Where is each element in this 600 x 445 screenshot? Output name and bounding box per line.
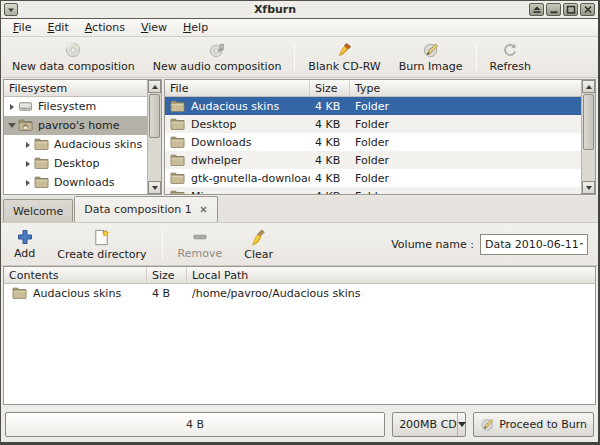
menu-help[interactable]: Help — [175, 20, 216, 35]
file-list-scrollbar[interactable] — [581, 80, 595, 194]
new-data-composition-icon — [62, 41, 84, 59]
folder-icon — [170, 189, 185, 196]
scroll-up-button[interactable] — [582, 80, 595, 93]
proceed-to-burn-button[interactable]: Proceed to Burn — [473, 412, 594, 437]
home-folder-icon — [18, 118, 33, 133]
create-directory-button[interactable]: Create directory — [46, 224, 157, 264]
total-size-label: 4 B — [186, 418, 204, 431]
filesystem-column-header[interactable]: Filesystem — [4, 80, 161, 97]
refresh-icon — [499, 41, 521, 59]
contents-row-audacious-skins[interactable]: Audacious skins 4 B /home/pavroo/Audacio… — [4, 284, 595, 302]
folder-icon — [170, 117, 185, 132]
expander-expanded-icon[interactable] — [8, 123, 16, 128]
remove-button[interactable]: Remove — [167, 224, 234, 264]
tab-data-composition-1[interactable]: Data composition 1 — [74, 196, 217, 222]
folder-icon — [34, 137, 49, 152]
expander-collapsed-icon[interactable] — [26, 180, 30, 186]
filesystem-scrollbar[interactable] — [147, 80, 161, 194]
menu-view[interactable]: View — [133, 20, 175, 35]
expander-collapsed-icon[interactable] — [26, 161, 30, 167]
folder-icon — [170, 99, 185, 114]
shade-button[interactable] — [529, 3, 544, 16]
folder-icon — [34, 175, 49, 190]
create-directory-icon — [92, 228, 111, 247]
refresh-button[interactable]: Refresh — [481, 38, 541, 76]
folder-icon — [34, 156, 49, 171]
file-row-gtk-gnutella-downloads[interactable]: gtk-gnutella-downloads 4 KB Folder — [165, 169, 581, 187]
composition-tabbar: Welcome Data composition 1 — [1, 196, 598, 223]
toolbar-separator — [476, 43, 477, 71]
main-area: Filesystem Filesystem pavroo's home Auda… — [1, 78, 598, 196]
file-row-desktop[interactable]: Desktop 4 KB Folder — [165, 115, 581, 133]
column-header-file[interactable]: File — [165, 80, 310, 96]
titlebar[interactable]: Xfburn — [1, 1, 598, 19]
tree-item-pavroo-home[interactable]: pavroo's home — [4, 116, 147, 135]
scroll-down-button[interactable] — [582, 181, 595, 194]
burn-image-button[interactable]: Burn Image — [390, 38, 472, 76]
tab-close-icon — [199, 205, 208, 214]
disc-size-value: 200MB CD — [393, 418, 457, 431]
window-title: Xfburn — [21, 3, 529, 16]
minimize-icon — [549, 5, 559, 14]
volume-name-input[interactable] — [480, 234, 588, 255]
new-audio-composition-button[interactable]: New audio composition — [144, 38, 291, 76]
scroll-down-button[interactable] — [148, 181, 161, 194]
menu-file[interactable]: File — [5, 20, 39, 35]
statusbar: 4 B 200MB CD Proceed to Burn — [1, 406, 598, 442]
maximize-button[interactable] — [563, 3, 578, 16]
burn-image-icon — [420, 41, 442, 59]
column-header-contents[interactable]: Contents — [4, 267, 147, 283]
scrollbar-thumb[interactable] — [149, 94, 160, 138]
file-row-dwhelper[interactable]: dwhelper 4 KB Folder — [165, 151, 581, 169]
new-data-composition-button[interactable]: New data composition — [3, 38, 144, 76]
minimize-button[interactable] — [546, 3, 561, 16]
expander-collapsed-icon[interactable] — [10, 104, 14, 110]
column-header-local-path[interactable]: Local Path — [187, 267, 595, 283]
new-audio-composition-icon — [206, 41, 228, 59]
disc-size-combobox[interactable]: 200MB CD — [392, 412, 466, 437]
filesystem-tree: Filesystem pavroo's home Audacious skins… — [4, 97, 147, 194]
tree-item-dwhelper[interactable]: dwhelper — [4, 192, 147, 195]
menu-edit[interactable]: Edit — [39, 20, 76, 35]
file-row-mixes[interactable]: Mixes 4 KB Folder — [165, 187, 581, 195]
tab-close-button[interactable] — [199, 205, 208, 214]
window-menu-button[interactable] — [4, 3, 18, 16]
file-row-downloads[interactable]: Downloads 4 KB Folder — [165, 133, 581, 151]
scrollbar-thumb[interactable] — [583, 94, 594, 150]
tree-item-audacious-skins[interactable]: Audacious skins — [4, 135, 147, 154]
toolbar-separator — [162, 229, 163, 259]
chevron-down-icon — [7, 6, 15, 14]
composition-toolbar: Add Create directory Remove Clear Volume… — [1, 223, 598, 266]
filesystem-pane: Filesystem Filesystem pavroo's home Auda… — [3, 79, 162, 195]
chevron-down-icon — [458, 422, 466, 427]
tab-welcome[interactable]: Welcome — [3, 199, 73, 222]
tree-item-desktop[interactable]: Desktop — [4, 154, 147, 173]
close-button[interactable] — [580, 3, 595, 16]
toolbar-separator — [294, 43, 295, 71]
folder-icon — [12, 286, 27, 301]
add-icon — [16, 228, 34, 246]
column-header-type[interactable]: Type — [350, 80, 595, 96]
menu-actions[interactable]: Actions — [77, 20, 133, 35]
remove-icon — [191, 228, 209, 246]
scroll-up-button[interactable] — [148, 80, 161, 93]
combo-arrow-button[interactable] — [457, 413, 466, 436]
column-header-size[interactable]: Size — [310, 80, 350, 96]
column-header-size[interactable]: Size — [147, 267, 187, 283]
folder-icon — [170, 135, 185, 150]
tree-item-filesystem[interactable]: Filesystem — [4, 97, 147, 116]
file-list: Audacious skins 4 KB Folder Desktop 4 KB… — [165, 97, 581, 194]
folder-icon — [34, 194, 49, 195]
disc-usage-bar: 4 B — [5, 412, 385, 437]
add-button[interactable]: Add — [3, 224, 46, 264]
tree-item-downloads[interactable]: Downloads — [4, 173, 147, 192]
main-toolbar: New data composition New audio compositi… — [1, 37, 598, 78]
folder-icon — [170, 153, 185, 168]
blank-cdrw-icon — [334, 41, 356, 59]
clear-button[interactable]: Clear — [233, 224, 284, 264]
expander-collapsed-icon[interactable] — [26, 142, 30, 148]
file-row-audacious-skins[interactable]: Audacious skins 4 KB Folder — [165, 97, 581, 115]
disk-drive-icon — [18, 99, 33, 114]
maximize-icon — [566, 5, 576, 14]
blank-cdrw-button[interactable]: Blank CD-RW — [299, 38, 389, 76]
